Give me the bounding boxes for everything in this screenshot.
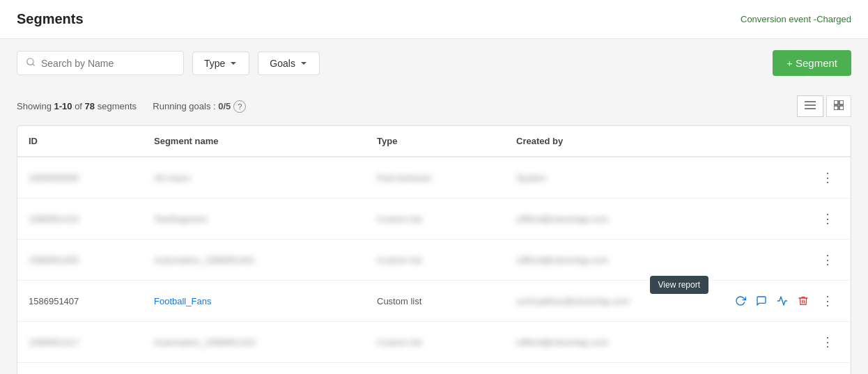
grid-view-icon — [834, 100, 844, 110]
cell-type: Custom list — [366, 281, 505, 322]
chart-button[interactable] — [774, 293, 791, 309]
svg-rect-6 — [839, 100, 844, 104]
cell-name[interactable]: Automation_1586951310 — [143, 322, 366, 363]
message-button[interactable] — [753, 293, 770, 309]
cell-type: Custom list — [366, 363, 505, 375]
cell-created-by: clifford@clevertap.com — [505, 322, 717, 363]
search-box — [17, 51, 184, 75]
main-content: Showing 1-10 of 78 segments Running goal… — [0, 87, 868, 374]
table-row: 1586951415TestSegmentCustom listclifford… — [17, 198, 851, 240]
meta-row: Showing 1-10 of 78 segments Running goal… — [17, 87, 851, 125]
cell-actions[interactable]: ⋮ — [717, 198, 851, 240]
svg-rect-5 — [834, 100, 838, 104]
cell-type: Custom list — [366, 322, 505, 363]
segments-table-container: ID Segment name Type Created by 19000000… — [17, 125, 851, 374]
conversion-event: Conversion event -Charged — [741, 14, 851, 24]
more-options-button[interactable]: ⋮ — [816, 332, 839, 352]
type-filter-button[interactable]: Type — [192, 52, 249, 75]
cell-created-by: System — [505, 157, 717, 198]
cell-actions[interactable]: ⋮ — [717, 363, 851, 375]
cell-name[interactable]: All Users — [143, 157, 366, 198]
cell-type: Past behavior — [366, 157, 505, 198]
segments-table: ID Segment name Type Created by 19000000… — [17, 126, 851, 374]
refresh-button[interactable] — [732, 293, 749, 309]
cell-id: 1586951317 — [17, 322, 143, 363]
cell-id: 1586951415 — [17, 198, 143, 240]
col-header-type: Type — [366, 126, 505, 157]
page-header: Segments Conversion event -Charged — [0, 0, 868, 39]
table-row: 1586951317Automation_1586951310Custom li… — [17, 322, 851, 363]
refresh-icon — [735, 295, 746, 306]
delete-button[interactable] — [795, 293, 812, 309]
segment-name-link[interactable]: Football_Fans — [154, 296, 211, 306]
goals-filter-button[interactable]: Goals — [258, 52, 320, 75]
chart-icon — [777, 295, 788, 306]
cell-actions[interactable]: ⋮ — [717, 322, 851, 363]
col-header-created: Created by — [505, 126, 717, 157]
cell-type: Custom list — [366, 198, 505, 240]
running-goals-text: Running goals : 0/5 — [148, 101, 231, 111]
cell-actions[interactable]: ⋮ — [717, 157, 851, 198]
type-chevron-icon — [229, 59, 238, 68]
table-row: 1586951309Automation_1586951288Custom li… — [17, 363, 851, 375]
cell-created-by: cliford-auto123@clevertap.com — [505, 363, 717, 375]
table-row: 1586951405Automation_1586951401Custom li… — [17, 240, 851, 281]
cell-created-by: clifford@clevertap.com — [505, 198, 717, 240]
more-options-button[interactable]: ⋮ — [816, 208, 839, 229]
cell-name[interactable]: Automation_1586951401 — [143, 240, 366, 281]
list-view-button[interactable] — [797, 95, 823, 117]
help-icon[interactable]: ? — [233, 100, 246, 113]
more-options-button[interactable]: ⋮ — [816, 249, 839, 270]
page-title: Segments — [17, 11, 84, 27]
svg-rect-7 — [834, 106, 838, 110]
view-toggle — [797, 95, 851, 117]
cell-name[interactable]: TestSegment — [143, 198, 366, 240]
showing-text: Showing 1-10 of 78 segments — [17, 101, 137, 111]
search-icon — [26, 57, 36, 69]
col-header-name: Segment name — [143, 126, 366, 157]
message-icon — [756, 295, 767, 306]
goals-chevron-icon — [300, 59, 308, 68]
cell-name[interactable]: Football_Fans — [143, 281, 366, 322]
col-header-id: ID — [17, 126, 143, 157]
more-options-button[interactable]: ⋮ — [816, 290, 839, 311]
delete-icon — [798, 295, 809, 306]
search-input[interactable] — [41, 58, 175, 69]
table-header-row: ID Segment name Type Created by — [17, 126, 851, 157]
more-options-button[interactable]: ⋮ — [816, 167, 839, 188]
list-view-icon — [805, 100, 816, 110]
add-segment-button[interactable]: + Segment — [773, 50, 851, 76]
toolbar: Type Goals + Segment — [0, 39, 868, 87]
cell-id: 1586951407 — [17, 281, 143, 322]
svg-rect-8 — [839, 106, 844, 110]
cell-id: 1586951309 — [17, 363, 143, 375]
cell-id: 1586951405 — [17, 240, 143, 281]
table-row: 1900000005All UsersPast behaviorSystem⋮ — [17, 157, 851, 198]
cell-name[interactable]: Automation_1586951288 — [143, 363, 366, 375]
cell-actions[interactable]: View report — [717, 281, 851, 322]
svg-line-1 — [33, 64, 35, 66]
grid-view-button[interactable] — [826, 95, 851, 117]
table-row: 1586951407Football_FansCustom listsunil.… — [17, 281, 851, 322]
cell-type: Custom list — [366, 240, 505, 281]
cell-created-by: clifford@clevertap.com — [505, 240, 717, 281]
cell-id: 1900000005 — [17, 157, 143, 198]
tooltip-popup: View report — [650, 276, 708, 294]
cell-actions[interactable]: ⋮ — [717, 240, 851, 281]
